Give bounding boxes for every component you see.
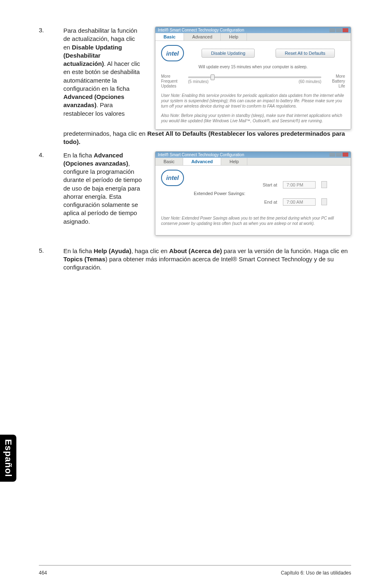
tab-basic[interactable]: Basic <box>155 158 183 165</box>
start-at-label: Start at <box>257 182 277 187</box>
chapter-label: Capítulo 6: Uso de las utilidades <box>281 570 351 576</box>
intel-logo: intel <box>161 45 184 61</box>
footer-divider <box>39 565 351 566</box>
start-at-stepper[interactable] <box>321 181 327 188</box>
slider-min-label: (5 minutes) <box>188 79 208 84</box>
step3-number: 3. <box>39 27 63 130</box>
tab-help[interactable]: Help <box>221 33 247 40</box>
disable-updating-button[interactable]: Disable Updating <box>202 49 255 58</box>
end-at-input[interactable]: 7:00 AM <box>283 198 316 206</box>
slider-right-label: More Battery Life <box>325 74 345 89</box>
step4-text: En la ficha Advanced (Opciones avanzadas… <box>63 151 143 236</box>
slider-left-label: More Frequent Updates <box>161 74 185 89</box>
start-at-input[interactable]: 7:00 PM <box>283 181 316 189</box>
extended-power-savings-label: Extended Power Savings: <box>194 191 345 196</box>
user-note-1: User Note: Enabling this service provide… <box>161 93 345 109</box>
reset-defaults-button[interactable]: Reset All to Defaults <box>276 49 335 58</box>
window-controls <box>329 153 348 157</box>
screenshot-basic: Intel® Smart Connect Technology Configur… <box>155 27 351 130</box>
user-note-advanced: User Note: Extended Power Savings allows… <box>161 215 345 226</box>
tab-advanced[interactable]: Advanced <box>183 158 222 165</box>
end-at-label: End at <box>257 200 277 204</box>
step3-text: Para deshabilitar la función de actualiz… <box>63 27 143 130</box>
slider-thumb[interactable] <box>211 74 215 80</box>
end-at-stepper[interactable] <box>321 198 327 205</box>
tab-basic[interactable]: Basic <box>155 33 184 40</box>
tab-help[interactable]: Help <box>221 158 247 165</box>
window-title: Intel® Smart Connect Technology Configur… <box>158 153 244 157</box>
window-title: Intel® Smart Connect Technology Configur… <box>158 28 244 32</box>
user-note-2: Also Note: Before placing your system in… <box>161 113 345 123</box>
step3-continued: predeterminados, haga clic en Reset All … <box>63 130 351 146</box>
step4-number: 4. <box>39 151 63 236</box>
update-interval-slider[interactable] <box>188 76 321 78</box>
window-controls <box>329 28 348 32</box>
intel-logo: intel <box>161 170 184 186</box>
step5-text: En la ficha Help (Ayuda), haga clic en A… <box>63 247 351 272</box>
page-number: 464 <box>39 570 47 576</box>
slider-max-label: (60 minutes) <box>298 79 321 84</box>
language-tab-espanol: Español <box>0 435 16 482</box>
tab-advanced[interactable]: Advanced <box>184 33 221 40</box>
update-interval-label: Will update every 15 minutes when your c… <box>161 65 345 69</box>
screenshot-advanced: Intel® Smart Connect Technology Configur… <box>155 151 351 236</box>
step5-number: 5. <box>39 247 63 272</box>
